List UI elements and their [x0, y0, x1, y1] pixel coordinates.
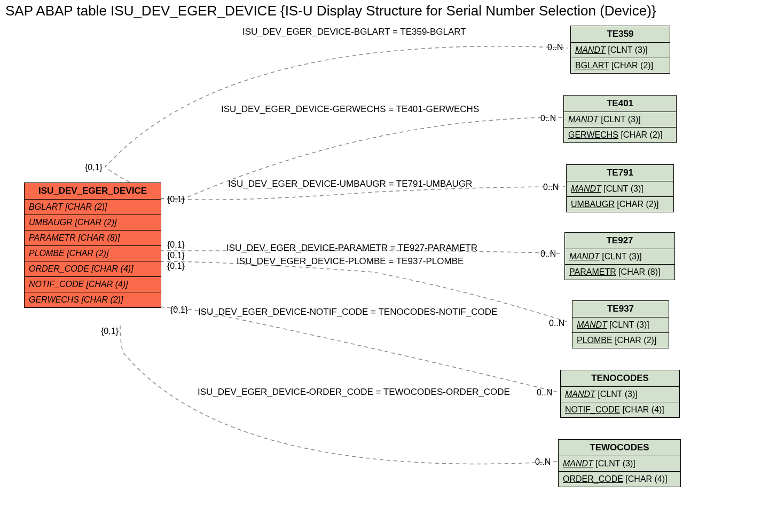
entity-te791: TE791 MANDT [CLNT (3)] UMBAUGR [CHAR (2)… — [566, 164, 674, 212]
entity-main-name: ISU_DEV_EGER_DEVICE — [25, 183, 161, 200]
cardinality-target: 0..N — [540, 249, 556, 259]
entity-field: GERWECHS [CHAR (2)] — [564, 128, 676, 142]
cardinality-source: {0,1} — [170, 305, 188, 315]
entity-field: MANDT [CLNT (3)] — [565, 249, 674, 265]
relation-label: ISU_DEV_EGER_DEVICE-GERWECHS = TE401-GER… — [221, 104, 479, 115]
entity-te937: TE937 MANDT [CLNT (3)] PLOMBE [CHAR (2)] — [572, 300, 669, 348]
entity-field: PLOMBE [CHAR (2)] — [572, 333, 669, 348]
entity-tenocodes: TENOCODES MANDT [CLNT (3)] NOTIF_CODE [C… — [560, 370, 680, 418]
entity-main-field: GERWECHS [CHAR (2)] — [25, 292, 161, 307]
entity-name: TE937 — [572, 301, 669, 317]
entity-te401: TE401 MANDT [CLNT (3)] GERWECHS [CHAR (2… — [563, 95, 677, 143]
entity-name: TE401 — [564, 96, 676, 112]
cardinality-source: {0,1} — [167, 261, 185, 271]
entity-main-field: UMBAUGR [CHAR (2)] — [25, 215, 161, 231]
entity-main-field: BGLART [CHAR (2)] — [25, 200, 161, 215]
page-title: SAP ABAP table ISU_DEV_EGER_DEVICE {IS-U… — [5, 3, 656, 19]
cardinality-target: 0..N — [547, 43, 563, 52]
cardinality-source: {0,1} — [85, 163, 103, 172]
cardinality-target: 0..N — [549, 319, 564, 328]
cardinality-target: 0..N — [543, 182, 559, 192]
entity-name: TEWOCODES — [559, 440, 680, 456]
relation-label: ISU_DEV_EGER_DEVICE-UMBAUGR = TE791-UMBA… — [228, 179, 472, 189]
entity-te359: TE359 MANDT [CLNT (3)] BGLART [CHAR (2)] — [570, 26, 670, 74]
entity-te927: TE927 MANDT [CLNT (3)] PARAMETR [CHAR (8… — [564, 232, 675, 280]
entity-name: TENOCODES — [561, 370, 679, 387]
cardinality-source: {0,1} — [167, 195, 185, 204]
entity-field: MANDT [CLNT (3)] — [564, 112, 676, 128]
cardinality-source: {0,1} — [101, 327, 119, 336]
relation-label: ISU_DEV_EGER_DEVICE-BGLART = TE359-BGLAR… — [242, 27, 466, 37]
entity-field: BGLART [CHAR (2)] — [571, 58, 670, 73]
cardinality-source: {0,1} — [167, 240, 185, 250]
relation-label: ISU_DEV_EGER_DEVICE-NOTIF_CODE = TENOCOD… — [198, 307, 497, 317]
cardinality-source: {0,1} — [167, 251, 185, 260]
entity-tewocodes: TEWOCODES MANDT [CLNT (3)] ORDER_CODE [C… — [558, 439, 681, 487]
entity-field: NOTIF_CODE [CHAR (4)] — [561, 402, 679, 417]
cardinality-target: 0..N — [540, 114, 556, 123]
entity-field: MANDT [CLNT (3)] — [571, 43, 670, 58]
relation-label: ISU_DEV_EGER_DEVICE-PLOMBE = TE937-PLOMB… — [237, 256, 464, 267]
entity-field: MANDT [CLNT (3)] — [561, 387, 679, 402]
entity-main-field: NOTIF_CODE [CHAR (4)] — [25, 277, 161, 292]
entity-field: MANDT [CLNT (3)] — [572, 317, 669, 333]
entity-field: PARAMETR [CHAR (8)] — [565, 265, 674, 280]
entity-main-field: PLOMBE [CHAR (2)] — [25, 246, 161, 261]
entity-main-field: ORDER_CODE [CHAR (4)] — [25, 261, 161, 277]
entity-name: TE927 — [565, 233, 674, 249]
entity-main-field: PARAMETR [CHAR (8)] — [25, 231, 161, 246]
cardinality-target: 0..N — [535, 457, 551, 467]
entity-name: TE791 — [567, 165, 673, 181]
entity-field: MANDT [CLNT (3)] — [559, 456, 680, 472]
entity-field: UMBAUGR [CHAR (2)] — [567, 197, 673, 212]
relation-label: ISU_DEV_EGER_DEVICE-PARAMETR = TE927-PAR… — [226, 243, 477, 253]
entity-field: ORDER_CODE [CHAR (4)] — [559, 472, 680, 487]
entity-name: TE359 — [571, 26, 670, 43]
cardinality-target: 0..N — [537, 388, 552, 398]
entity-field: MANDT [CLNT (3)] — [567, 181, 673, 197]
entity-main: ISU_DEV_EGER_DEVICE BGLART [CHAR (2)] UM… — [24, 182, 161, 308]
relation-label: ISU_DEV_EGER_DEVICE-ORDER_CODE = TEWOCOD… — [198, 387, 510, 398]
